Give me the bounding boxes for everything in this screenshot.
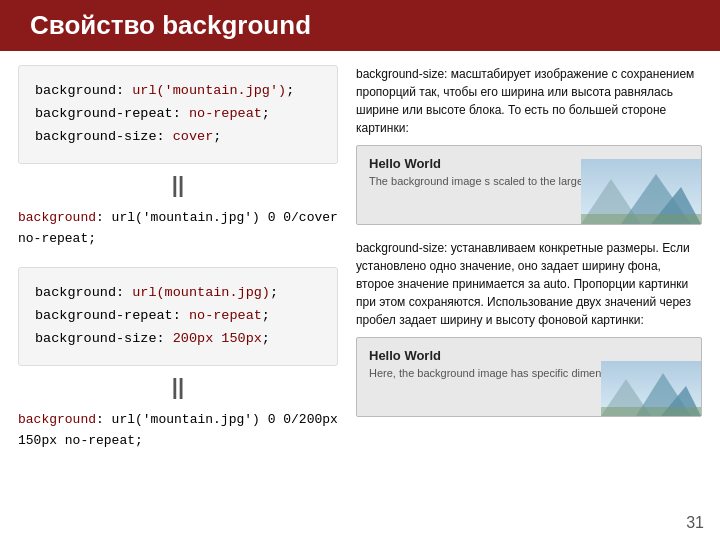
svg-rect-9 bbox=[601, 407, 701, 416]
left-column: background: url('mountain.jpg'); backgro… bbox=[18, 65, 338, 452]
shorthand-1: background: url('mountain.jpg') 0 0/cove… bbox=[18, 204, 338, 250]
desc-text-1: background-size: масштабирует изображени… bbox=[356, 65, 702, 137]
mountain-svg-1 bbox=[581, 159, 701, 224]
page-number: 31 bbox=[686, 514, 704, 532]
right-column: background-size: масштабирует изображени… bbox=[356, 65, 702, 452]
code-line-1-1: background: url('mountain.jpg'); bbox=[35, 80, 321, 103]
preview-box-1: Hello World The background image s scale… bbox=[356, 145, 702, 225]
slide-title: Свойство background bbox=[30, 10, 311, 41]
mountain-svg-2 bbox=[601, 361, 701, 416]
code-line-2-3: background-size: 200px 150px; bbox=[35, 328, 321, 351]
shorthand-2: background: url('mountain.jpg') 0 0/200p… bbox=[18, 406, 338, 452]
code-line-1-2: background-repeat: no-repeat; bbox=[35, 103, 321, 126]
code-line-2-2: background-repeat: no-repeat; bbox=[35, 305, 321, 328]
arrow-1: || bbox=[18, 164, 338, 204]
svg-rect-4 bbox=[581, 214, 701, 224]
desc-text-2: background-size: устанавливаем конкретны… bbox=[356, 239, 702, 329]
code-block-2: background: url(mountain.jpg); backgroun… bbox=[18, 267, 338, 366]
code-line-2-1: background: url(mountain.jpg); bbox=[35, 282, 321, 305]
arrow-2: || bbox=[18, 366, 338, 406]
code-line-1-3: background-size: cover; bbox=[35, 126, 321, 149]
slide: Свойство background background: url('mou… bbox=[0, 0, 720, 540]
slide-header: Свойство background bbox=[0, 0, 720, 51]
code-block-1: background: url('mountain.jpg'); backgro… bbox=[18, 65, 338, 164]
slide-content: background: url('mountain.jpg'); backgro… bbox=[0, 51, 720, 462]
preview-box-2: Hello World Here, the background image h… bbox=[356, 337, 702, 417]
